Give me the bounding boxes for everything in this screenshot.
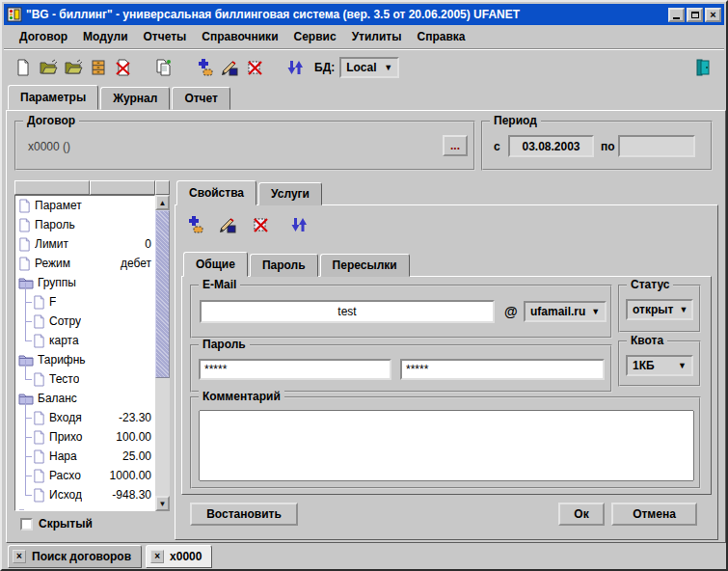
db-select[interactable]: Local ▼ <box>339 57 399 78</box>
chevron-down-icon: ▼ <box>678 361 687 370</box>
menu-directories[interactable]: Справочники <box>194 28 285 45</box>
delete-record-button[interactable] <box>249 213 272 236</box>
email-domain-select[interactable]: ufamail.ru ▼ <box>524 301 607 322</box>
new-document-button[interactable] <box>12 56 35 79</box>
refresh-icon <box>289 215 309 234</box>
close-tab-button[interactable]: × <box>13 550 26 563</box>
add-record-icon <box>195 58 214 77</box>
tree-row[interactable]: Баланс <box>15 389 154 408</box>
tree-row[interactable]: Сотру <box>15 312 154 331</box>
menu-utilities[interactable]: Утилиты <box>344 28 410 45</box>
scroll-up-button[interactable]: ▲ <box>155 195 170 210</box>
contract-group: Договор x0000 () ... <box>14 121 475 171</box>
edit-record-icon <box>220 58 239 77</box>
status-value: открыт <box>633 303 673 316</box>
tab-parameters[interactable]: Параметры <box>8 85 98 110</box>
edit-record-button[interactable] <box>218 56 241 79</box>
password-confirm-input[interactable] <box>400 359 605 380</box>
ok-button[interactable]: Ок <box>558 503 605 526</box>
email-domain-value: ufamail.ru <box>530 305 585 318</box>
comment-group: Комментарий <box>190 396 701 489</box>
copy-document-button[interactable] <box>152 56 175 79</box>
refresh-button[interactable] <box>283 56 307 79</box>
period-from-field[interactable]: 03.08.2003 <box>508 135 594 157</box>
tree-row[interactable]: Прихо100.00 <box>15 427 154 447</box>
refresh-button[interactable] <box>287 213 310 236</box>
menu-reports[interactable]: Отчеты <box>136 28 195 45</box>
password-input[interactable] <box>199 359 391 380</box>
properties-panel: Общие Пароль Пересылки E-Mail @ ufamail.… <box>175 204 718 540</box>
tree-connector <box>18 331 33 350</box>
close-tab-button[interactable]: × <box>150 550 164 563</box>
tree-row[interactable]: Парамет <box>15 196 154 215</box>
maximize-button[interactable] <box>687 8 703 22</box>
close-icon: × <box>154 552 160 561</box>
minimize-button[interactable] <box>668 8 685 22</box>
open-contract-icon <box>39 58 58 77</box>
tree-header-name[interactable] <box>14 180 90 195</box>
tab-report[interactable]: Отчет <box>172 87 230 110</box>
exit-button[interactable] <box>691 56 715 79</box>
scrollbar-thumb[interactable] <box>155 210 170 378</box>
menu-service[interactable]: Сервис <box>286 28 344 45</box>
folder-icon <box>18 507 34 511</box>
tree-row[interactable]: Тесто <box>15 369 154 389</box>
tab-journal[interactable]: Журнал <box>100 87 170 110</box>
close-button[interactable]: × <box>705 8 721 22</box>
document-icon <box>33 372 45 387</box>
restore-button[interactable]: Востановить <box>190 503 298 526</box>
tree-scrollbar[interactable]: ▲ ▼ <box>155 195 170 511</box>
document-icon <box>33 334 45 348</box>
quota-group: Квота 1КБ ▼ <box>618 340 701 387</box>
main-tab-strip: Параметры Журнал Отчет <box>8 85 232 110</box>
tab-properties[interactable]: Свойства <box>176 180 256 205</box>
status-select[interactable]: открыт ▼ <box>626 299 693 320</box>
menu-modules[interactable]: Модули <box>75 28 135 45</box>
add-record-button[interactable] <box>183 213 206 236</box>
menu-contract[interactable]: Договор <box>12 28 75 45</box>
tree-row[interactable]: карта <box>15 331 154 350</box>
tree-row[interactable]: F <box>15 292 154 312</box>
tree-row[interactable]: Пароль <box>15 215 154 234</box>
tree-row[interactable]: Группы <box>15 273 154 292</box>
tree-row[interactable]: Нара25.00 <box>15 447 154 466</box>
tree-row[interactable]: Лимит0 <box>15 234 154 254</box>
app-icon <box>7 7 22 22</box>
window-title: "BG - биллинг" - универсальная биллингов… <box>26 8 666 21</box>
edit-record-button[interactable] <box>216 213 239 236</box>
open-contract-button[interactable] <box>37 56 60 79</box>
tab-contract-search[interactable]: × Поиск договоров <box>8 545 142 568</box>
tree-row[interactable] <box>15 504 154 511</box>
tree-header-value[interactable] <box>90 180 155 195</box>
tab-forwards[interactable]: Пересылки <box>320 254 410 277</box>
scroll-up-icon: ▲ <box>159 199 167 207</box>
card-file-button[interactable] <box>87 56 110 79</box>
tab-password[interactable]: Пароль <box>250 254 318 277</box>
menu-help[interactable]: Справка <box>409 28 472 45</box>
comment-textarea[interactable] <box>199 410 694 481</box>
open-folder-button[interactable] <box>62 56 85 79</box>
tree-row[interactable]: Исход-948.30 <box>15 485 154 504</box>
tab-x0000[interactable]: × x0000 <box>146 545 212 568</box>
tab-services[interactable]: Услуги <box>258 182 322 205</box>
tree-row[interactable]: Тарифнь <box>15 350 154 369</box>
document-icon <box>18 218 31 232</box>
scroll-down-button[interactable]: ▼ <box>155 496 170 511</box>
tab-general[interactable]: Общие <box>183 252 248 277</box>
tree-row[interactable]: Режимдебет <box>15 254 154 273</box>
delete-record-button[interactable] <box>243 56 266 79</box>
period-to-field[interactable] <box>618 135 695 157</box>
cancel-button[interactable]: Отмена <box>611 503 697 526</box>
contract-browse-button[interactable]: ... <box>443 135 468 156</box>
delete-document-button[interactable] <box>112 56 135 79</box>
email-input[interactable] <box>200 300 495 323</box>
mail-tab-strip: Общие Пароль Пересылки <box>183 252 412 277</box>
add-record-button[interactable] <box>193 56 216 79</box>
quota-select[interactable]: 1КБ ▼ <box>626 355 693 376</box>
password-group-title: Пароль <box>199 339 250 351</box>
tree-row[interactable]: Расхо1000.00 <box>15 466 154 485</box>
delete-record-icon <box>245 58 264 77</box>
quota-value: 1КБ <box>633 359 655 372</box>
hidden-checkbox[interactable] <box>20 518 33 530</box>
tree-row[interactable]: Входя-23.30 <box>15 408 154 427</box>
